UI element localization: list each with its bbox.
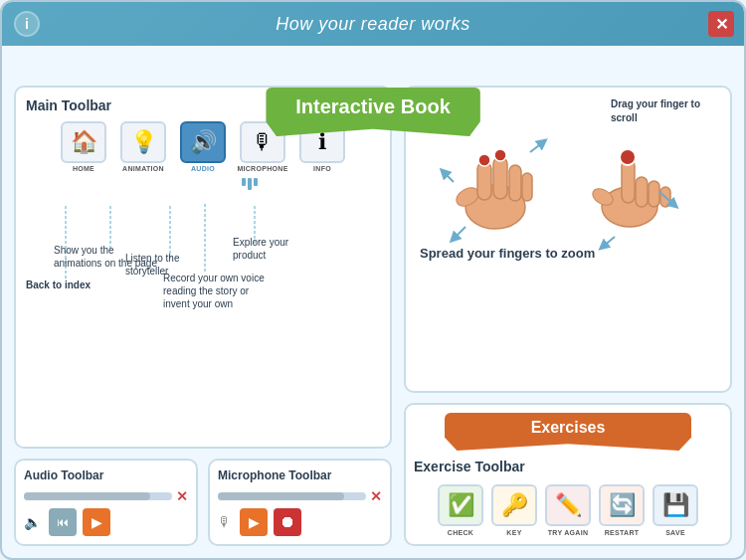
audio-toolbar-panel: Audio Toolbar ✕ 🔈 ⏮ ▶ bbox=[14, 459, 198, 546]
toolbar-icon-home[interactable]: 🏠 HOME bbox=[57, 121, 110, 172]
key-icon-box: 🔑 bbox=[491, 484, 537, 526]
svg-point-11 bbox=[478, 154, 490, 166]
check-icon-box: ✅ bbox=[438, 484, 483, 526]
audio-rewind-btn[interactable]: ⏮ bbox=[49, 508, 77, 536]
right-panel: Drag your finger to scroll bbox=[404, 86, 732, 546]
microphone-toolbar-title: Microphone Toolbar bbox=[218, 468, 382, 482]
audio-close-btn[interactable]: ✕ bbox=[176, 488, 188, 504]
svg-rect-16 bbox=[636, 177, 648, 207]
audio-progress-fill bbox=[24, 492, 150, 500]
main-content: Main Toolbar 🏠 HOME 💡 ANIMATION 🔊 AUDIO bbox=[2, 74, 744, 558]
toolbar-icon-audio[interactable]: 🔊 AUDIO bbox=[176, 121, 230, 172]
annotation-explore: Explore yourproduct bbox=[233, 236, 288, 262]
exercise-save[interactable]: 💾 SAVE bbox=[653, 484, 698, 536]
mic-icon: 🎙 bbox=[218, 514, 232, 530]
mic-close-btn[interactable]: ✕ bbox=[370, 488, 382, 504]
mic-record-btn[interactable]: ⏺ bbox=[274, 508, 301, 536]
exercise-key[interactable]: 🔑 KEY bbox=[491, 484, 537, 536]
info-label: INFO bbox=[313, 165, 331, 172]
header-title: How your reader works bbox=[276, 14, 470, 35]
header: i How your reader works ✕ bbox=[2, 2, 744, 46]
audio-toolbar-title: Audio Toolbar bbox=[24, 468, 188, 482]
mic-controls: 🎙 ▶ ⏺ bbox=[218, 508, 382, 536]
microphone-toolbar-panel: Microphone Toolbar ✕ 🎙 ▶ ⏺ bbox=[208, 459, 392, 546]
mic-progress-bar[interactable] bbox=[218, 492, 366, 500]
interactive-book-banner: Interactive Book bbox=[266, 88, 480, 136]
exercise-restart[interactable]: 🔄 RESTART bbox=[599, 484, 645, 536]
animation-icon-box: 💡 bbox=[120, 121, 166, 163]
mic-progress-fill bbox=[218, 492, 344, 500]
audio-volume-icon: 🔈 bbox=[24, 514, 41, 530]
check-label: CHECK bbox=[448, 529, 473, 536]
main-toolbar-section: Main Toolbar 🏠 HOME 💡 ANIMATION 🔊 AUDIO bbox=[14, 86, 392, 449]
animation-label: ANIMATION bbox=[122, 165, 164, 172]
microphone-label: MICROPHONE bbox=[237, 165, 287, 172]
audio-progress-row: ✕ bbox=[24, 488, 188, 504]
exercise-try-again[interactable]: ✏️ TRY AGAIN bbox=[545, 484, 591, 536]
try-again-label: TRY AGAIN bbox=[548, 529, 589, 536]
svg-rect-8 bbox=[493, 157, 507, 199]
exercise-check[interactable]: ✅ CHECK bbox=[438, 484, 483, 536]
exercises-section: Exercises Exercise Toolbar ✅ CHECK 🔑 KEY… bbox=[404, 403, 732, 546]
svg-rect-17 bbox=[649, 181, 659, 207]
svg-rect-10 bbox=[522, 173, 532, 201]
svg-point-19 bbox=[620, 149, 636, 165]
mic-progress-row: ✕ bbox=[218, 488, 382, 504]
close-button[interactable]: ✕ bbox=[708, 11, 734, 37]
modal-container: i How your reader works ✕ Interactive Bo… bbox=[0, 0, 746, 560]
toolbar-icon-animation[interactable]: 💡 ANIMATION bbox=[116, 121, 170, 172]
home-label: HOME bbox=[73, 165, 94, 172]
audio-icon-box: 🔊 bbox=[180, 121, 226, 163]
audio-controls: 🔈 ⏮ ▶ bbox=[24, 508, 188, 536]
svg-rect-7 bbox=[477, 162, 491, 200]
svg-rect-9 bbox=[509, 165, 521, 201]
annotation-record: Record your own voicereading the story o… bbox=[163, 272, 265, 310]
exercises-banner: Exercises bbox=[445, 413, 691, 451]
audio-progress-bar[interactable] bbox=[24, 492, 172, 500]
save-label: SAVE bbox=[665, 529, 685, 536]
restart-label: RESTART bbox=[605, 529, 640, 536]
save-icon-box: 💾 bbox=[653, 484, 698, 526]
home-icon-box: 🏠 bbox=[61, 121, 106, 163]
exercise-toolbar-title: Exercise Toolbar bbox=[414, 459, 722, 474]
audio-label: AUDIO bbox=[191, 165, 215, 172]
bottom-toolbars: Audio Toolbar ✕ 🔈 ⏮ ▶ Microp bbox=[14, 459, 392, 546]
mic-play-btn[interactable]: ▶ bbox=[240, 508, 268, 536]
exercise-toolbar-icons: ✅ CHECK 🔑 KEY ✏️ TRY AGAIN 🔄 RESTART bbox=[414, 484, 722, 536]
svg-point-12 bbox=[494, 149, 506, 161]
annotations-area: Back to index Show you theanimations o bbox=[26, 194, 380, 313]
left-panel: Main Toolbar 🏠 HOME 💡 ANIMATION 🔊 AUDIO bbox=[14, 86, 392, 546]
info-button[interactable]: i bbox=[14, 11, 40, 37]
scroll-gesture-label: Drag your finger to scroll bbox=[611, 97, 720, 125]
restart-icon-box: 🔄 bbox=[599, 484, 645, 526]
audio-play-btn[interactable]: ▶ bbox=[83, 508, 110, 536]
key-label: KEY bbox=[506, 529, 521, 536]
try-again-icon-box: ✏️ bbox=[545, 484, 591, 526]
